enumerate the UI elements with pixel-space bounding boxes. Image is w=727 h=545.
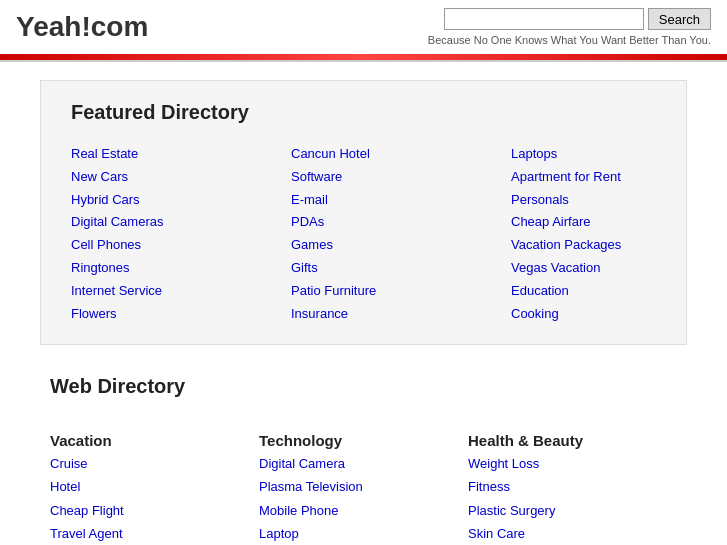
- header: Yeah!com Search Because No One Knows Wha…: [0, 0, 727, 54]
- featured-link[interactable]: Digital Cameras: [71, 212, 251, 233]
- search-bar: Search: [444, 8, 711, 30]
- web-col: VacationCruiseHotelCheap FlightTravel Ag…: [50, 418, 259, 545]
- featured-link[interactable]: Real Estate: [71, 144, 251, 165]
- featured-link[interactable]: Games: [291, 235, 471, 256]
- category-link[interactable]: Hotel: [50, 476, 239, 498]
- featured-link[interactable]: Vacation Packages: [511, 235, 691, 256]
- category-title: Technology: [259, 432, 448, 449]
- tagline: Because No One Knows What You Want Bette…: [428, 34, 711, 46]
- featured-link[interactable]: Education: [511, 281, 691, 302]
- main: Featured Directory Real EstateNew CarsHy…: [0, 70, 727, 545]
- category-link[interactable]: Cheap Flight: [50, 500, 239, 522]
- featured-link[interactable]: Cooking: [511, 304, 691, 325]
- header-right: Search Because No One Knows What You Wan…: [428, 8, 711, 46]
- category-link[interactable]: Mobile Phone: [259, 500, 448, 522]
- featured-link[interactable]: New Cars: [71, 167, 251, 188]
- featured-link[interactable]: Flowers: [71, 304, 251, 325]
- featured-link[interactable]: Software: [291, 167, 471, 188]
- featured-link[interactable]: Vegas Vacation: [511, 258, 691, 279]
- category-link[interactable]: Fitness: [468, 476, 657, 498]
- category-link[interactable]: Laptop: [259, 523, 448, 545]
- featured-link[interactable]: Cell Phones: [71, 235, 251, 256]
- search-input[interactable]: [444, 8, 644, 30]
- dir-columns: Real EstateNew CarsHybrid CarsDigital Ca…: [71, 144, 656, 324]
- category-links: CruiseHotelCheap FlightTravel AgentGolf …: [50, 453, 239, 545]
- featured-link[interactable]: Ringtones: [71, 258, 251, 279]
- featured-link[interactable]: Laptops: [511, 144, 691, 165]
- featured-link[interactable]: Cancun Hotel: [291, 144, 471, 165]
- featured-link[interactable]: Patio Furniture: [291, 281, 471, 302]
- category-link[interactable]: Plasma Television: [259, 476, 448, 498]
- featured-col3: LaptopsApartment for RentPersonalsCheap …: [511, 144, 691, 324]
- web-col: Health & BeautyWeight LossFitnessPlastic…: [468, 418, 677, 545]
- category-link[interactable]: Weight Loss: [468, 453, 657, 475]
- category-title: Health & Beauty: [468, 432, 657, 449]
- featured-title: Featured Directory: [71, 101, 656, 128]
- featured-link[interactable]: Personals: [511, 190, 691, 211]
- search-button[interactable]: Search: [648, 8, 711, 30]
- web-columns: VacationCruiseHotelCheap FlightTravel Ag…: [50, 418, 677, 545]
- category-link[interactable]: Cruise: [50, 453, 239, 475]
- category-links: Weight LossFitnessPlastic SurgerySkin Ca…: [468, 453, 657, 545]
- category-link[interactable]: Plastic Surgery: [468, 500, 657, 522]
- featured-link[interactable]: Cheap Airfare: [511, 212, 691, 233]
- featured-col1: Real EstateNew CarsHybrid CarsDigital Ca…: [71, 144, 251, 324]
- category-link[interactable]: Travel Agent: [50, 523, 239, 545]
- featured-link[interactable]: Insurance: [291, 304, 471, 325]
- featured-section: Featured Directory Real EstateNew CarsHy…: [40, 80, 687, 345]
- featured-link[interactable]: Gifts: [291, 258, 471, 279]
- featured-link[interactable]: Internet Service: [71, 281, 251, 302]
- featured-link[interactable]: PDAs: [291, 212, 471, 233]
- category-links: Digital CameraPlasma TelevisionMobile Ph…: [259, 453, 448, 545]
- featured-link[interactable]: Hybrid Cars: [71, 190, 251, 211]
- gray-bar: [0, 60, 727, 62]
- category-title: Vacation: [50, 432, 239, 449]
- featured-col2: Cancun HotelSoftwareE-mailPDAsGamesGifts…: [291, 144, 471, 324]
- featured-link[interactable]: Apartment for Rent: [511, 167, 691, 188]
- web-col: TechnologyDigital CameraPlasma Televisio…: [259, 418, 468, 545]
- category-link[interactable]: Digital Camera: [259, 453, 448, 475]
- featured-link[interactable]: E-mail: [291, 190, 471, 211]
- web-section: Web Directory VacationCruiseHotelCheap F…: [40, 365, 687, 545]
- logo: Yeah!com: [16, 11, 148, 43]
- web-title: Web Directory: [50, 375, 677, 402]
- category-link[interactable]: Skin Care: [468, 523, 657, 545]
